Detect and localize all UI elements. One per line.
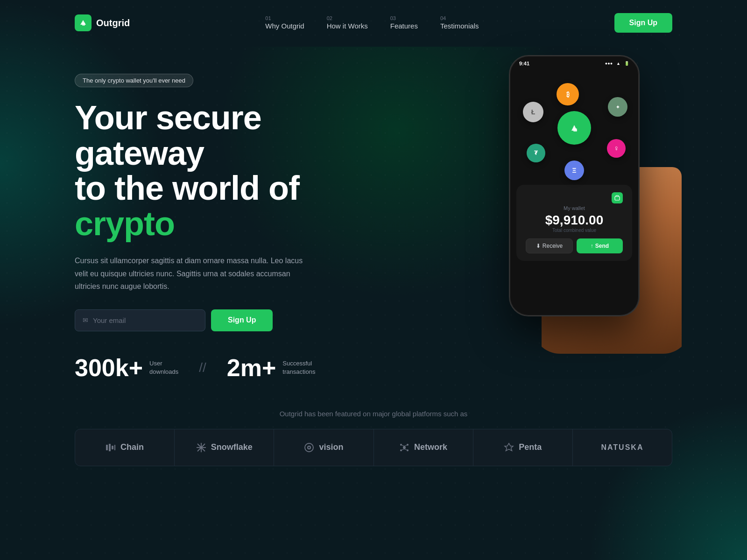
svg-point-11: [200, 447, 202, 448]
nav-item-testimonials[interactable]: 04 Testimonials: [440, 16, 479, 30]
send-icon: ↑: [591, 243, 593, 249]
penta-label: Penta: [519, 442, 542, 452]
penta-icon: [504, 442, 514, 453]
svg-point-17: [407, 444, 409, 446]
wallet-buttons: ⬇ Receive ↑ Send: [526, 238, 623, 253]
stat-downloads: 300k+ User downloads: [75, 354, 178, 382]
logo-text: Outgrid: [96, 18, 130, 28]
email-icon: ✉: [83, 316, 88, 324]
platforms-row: Chain Snowflake: [75, 429, 672, 466]
svg-rect-0: [82, 23, 85, 26]
network-label: Network: [414, 442, 447, 452]
svg-rect-3: [106, 445, 108, 450]
featured-text: Outgrid has been featured on major globa…: [75, 410, 672, 418]
logo-icon: [75, 14, 92, 31]
receive-icon: ⬇: [536, 243, 541, 249]
svg-line-22: [402, 449, 404, 450]
email-form: ✉ Sign Up: [75, 309, 374, 331]
wallet-label: My wallet: [526, 205, 623, 211]
stat-transactions-number: 2m+: [227, 354, 276, 382]
snowflake-label: Snowflake: [211, 442, 253, 452]
snowflake-icon: [196, 442, 206, 453]
logo[interactable]: Outgrid: [75, 14, 130, 31]
coin-bitcoin: ₿: [557, 83, 579, 105]
phone-mockup-container: 9:41 ●●● ▲ 🔋 ₿ Ł ✦: [476, 55, 672, 316]
phone-wallet-card: My wallet $9,910.00 Total combined value…: [516, 185, 632, 261]
stat-divider: //: [199, 360, 206, 375]
phone-time: 9:41: [519, 61, 529, 66]
email-input[interactable]: [93, 310, 197, 331]
chain-label: Chain: [120, 442, 144, 452]
coin-ethereum: Ξ: [564, 161, 584, 180]
svg-point-19: [407, 449, 409, 451]
svg-rect-1: [573, 128, 577, 132]
svg-rect-4: [109, 444, 111, 451]
stat-downloads-number: 300k+: [75, 354, 143, 382]
nav-links: 01 Why Outgrid 02 How it Works 03 Featur…: [265, 16, 479, 30]
svg-line-23: [404, 449, 407, 450]
hero-signup-button[interactable]: Sign Up: [211, 309, 273, 331]
hero-left: The only crypto wallet you'll ever need …: [75, 64, 374, 382]
network-icon: [399, 442, 409, 453]
svg-point-14: [308, 447, 310, 448]
platform-penta[interactable]: Penta: [473, 429, 573, 466]
phone-coin-area: ₿ Ł ✦ ₮ ♀: [510, 69, 639, 181]
platform-natuska[interactable]: NATUSKA: [573, 429, 672, 466]
svg-line-20: [402, 445, 404, 446]
nav-item-why-outgrid[interactable]: 01 Why Outgrid: [265, 16, 304, 30]
platform-snowflake[interactable]: Snowflake: [175, 429, 274, 466]
hero-section: The only crypto wallet you'll ever need …: [75, 46, 672, 382]
hero-badge: The only crypto wallet you'll ever need: [75, 74, 193, 87]
send-button[interactable]: ↑ Send: [577, 238, 623, 253]
nav-item-features[interactable]: 03 Features: [390, 16, 418, 30]
stat-transactions-label: Successful transactions: [282, 359, 315, 376]
hero-description: Cursus sit ullamcorper sagittis at diam …: [75, 254, 317, 293]
svg-rect-6: [114, 445, 115, 450]
natuska-label: NATUSKA: [601, 443, 643, 452]
coin-litecoin: Ł: [523, 102, 543, 122]
email-input-wrapper: ✉: [75, 309, 205, 331]
vision-icon: [304, 442, 314, 453]
svg-rect-2: [615, 196, 620, 200]
coin-outgrid-center: [557, 111, 591, 145]
phone-status-icons: ●●● ▲ 🔋: [605, 61, 629, 66]
stats-row: 300k+ User downloads // 2m+ Successful t…: [75, 354, 374, 382]
hero-accent-word: crypto: [75, 205, 175, 242]
wallet-amount: $9,910.00: [526, 213, 623, 228]
receive-button[interactable]: ⬇ Receive: [526, 238, 573, 253]
platform-chain[interactable]: Chain: [75, 429, 175, 466]
svg-rect-5: [112, 446, 113, 449]
wallet-icon-row: [526, 192, 623, 203]
svg-point-18: [400, 449, 402, 451]
coin-pink: ♀: [607, 139, 626, 158]
stat-downloads-label: User downloads: [149, 359, 178, 376]
chain-icon: [106, 442, 116, 453]
stat-transactions: 2m+ Successful transactions: [227, 354, 316, 382]
nav-item-how-it-works[interactable]: 02 How it Works: [327, 16, 368, 30]
wallet-small-icon: [612, 192, 623, 203]
featured-section: Outgrid has been featured on major globa…: [75, 410, 672, 480]
wallet-sublabel: Total combined value: [526, 228, 623, 233]
vision-label: vision: [319, 442, 343, 452]
svg-point-16: [400, 444, 402, 446]
phone-frame: 9:41 ●●● ▲ 🔋 ₿ Ł ✦: [509, 55, 640, 316]
nav-signup-button[interactable]: Sign Up: [614, 13, 672, 33]
phone-status-bar: 9:41 ●●● ▲ 🔋: [510, 56, 639, 69]
hero-heading: Your secure gateway to the world of cryp…: [75, 100, 374, 241]
platform-network[interactable]: Network: [374, 429, 473, 466]
svg-line-21: [404, 445, 407, 446]
navigation: Outgrid 01 Why Outgrid 02 How it Works 0…: [75, 0, 672, 46]
platform-vision[interactable]: vision: [274, 429, 374, 466]
coin-tether: ₮: [527, 144, 545, 162]
coin-etc: ✦: [608, 97, 627, 117]
svg-point-15: [403, 446, 406, 449]
